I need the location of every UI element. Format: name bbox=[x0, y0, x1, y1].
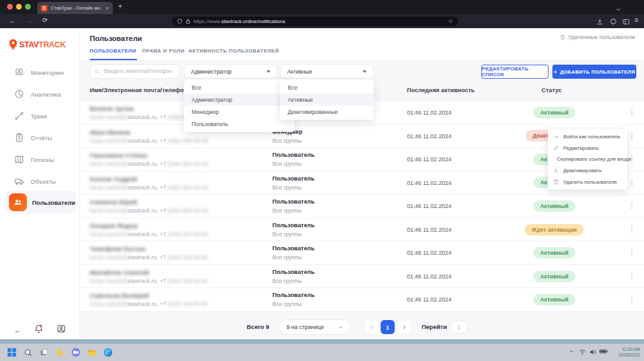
row-menu-icon[interactable]: ⋮ bbox=[627, 172, 637, 195]
chevron-down-icon bbox=[338, 325, 343, 330]
os-taskbar: 11:00 AM 10/05/2021 bbox=[0, 344, 644, 361]
search-box[interactable] bbox=[90, 64, 180, 79]
per-page-select[interactable]: 9 на странице bbox=[279, 319, 351, 335]
dropdown-option[interactable]: Все bbox=[280, 81, 374, 93]
add-user-button[interactable]: + ДОБАВИТЬ ПОЛЬЗОВАТЕЛЯ bbox=[552, 65, 636, 79]
user-contact: karas.ivan28@stavtrack.ru, +7 (999) 999-… bbox=[90, 301, 208, 307]
sidebar-item-geozones[interactable]: Геозоны bbox=[0, 148, 80, 170]
notifications-bell-icon[interactable] bbox=[34, 324, 44, 336]
tab-rights-roles[interactable]: ПРАВА И РОЛИ bbox=[142, 48, 185, 54]
goto-page-input[interactable] bbox=[449, 321, 468, 333]
table-row: Тимофеев Руслан karas.ivan28@stavtrack.r… bbox=[80, 241, 644, 265]
prev-page-button[interactable] bbox=[365, 321, 378, 333]
row-menu-icon[interactable]: ⋮ bbox=[627, 101, 637, 124]
clock-date: 10/05/2021 bbox=[618, 353, 640, 358]
extensions-icon[interactable] bbox=[609, 17, 617, 28]
reports-icon bbox=[14, 132, 24, 143]
tracking-shield-icon[interactable] bbox=[177, 15, 183, 27]
status-filter-select[interactable]: Активные bbox=[280, 64, 374, 79]
row-menu-icon[interactable]: ⋮ bbox=[627, 218, 637, 241]
volume-icon[interactable] bbox=[589, 348, 597, 356]
window-minimize-button[interactable] bbox=[16, 4, 22, 10]
tab-close-icon[interactable]: × bbox=[106, 5, 109, 12]
lock-icon[interactable] bbox=[185, 15, 191, 27]
task-view-icon[interactable] bbox=[38, 347, 49, 358]
taskbar-clock[interactable]: 11:00 AM 10/05/2021 bbox=[618, 347, 640, 358]
row-menu-icon[interactable]: ⋮ bbox=[627, 265, 637, 288]
search-input[interactable] bbox=[103, 68, 176, 75]
dropdown-option[interactable]: Администратор bbox=[184, 93, 295, 106]
tab-title: СтавТрак - Онлайн мониторинг bbox=[51, 5, 101, 11]
user-role: Пользователь bbox=[272, 222, 315, 229]
chevron-right-icon bbox=[401, 325, 407, 330]
chevron-left-icon bbox=[369, 325, 375, 330]
wifi-icon[interactable] bbox=[579, 348, 586, 356]
window-close-button[interactable] bbox=[7, 4, 13, 10]
user-contact: karas.ivan28@stavtrack.ru, +7 (999) 999-… bbox=[90, 254, 208, 261]
row-menu-icon[interactable]: ⋮ bbox=[627, 288, 637, 311]
user-name: Михайлов Алексей bbox=[90, 269, 149, 276]
url-bar[interactable]: https://www.stavtrack.online/notificatio… bbox=[172, 17, 458, 26]
next-page-button[interactable] bbox=[397, 321, 410, 333]
file-explorer-icon[interactable] bbox=[87, 347, 97, 358]
edge-browser-icon[interactable] bbox=[103, 347, 113, 358]
collapse-sidebar-icon[interactable]: ← bbox=[14, 326, 22, 335]
browser-tab[interactable]: С СтавТрак - Онлайн мониторинг × bbox=[37, 2, 113, 14]
dropdown-option[interactable]: Деактивированные bbox=[280, 106, 374, 118]
menu-item-login-as[interactable]: Войти как пользователь bbox=[548, 131, 627, 143]
edit-list-button[interactable]: РЕДАКТИРОВАТЬ СПИСОК bbox=[481, 65, 549, 79]
active-tab-underline bbox=[90, 59, 137, 60]
browser-back-button[interactable]: ← bbox=[9, 17, 16, 24]
tab-users[interactable]: ПОЛЬЗОВАТЕЛИ bbox=[90, 48, 136, 54]
sidebar-item-analytics[interactable]: Аналитика bbox=[0, 83, 80, 105]
sidebar-panel-icon[interactable] bbox=[622, 17, 630, 28]
night-mode-moon-icon[interactable] bbox=[54, 347, 65, 358]
clock-time: 11:00 AM bbox=[618, 347, 640, 353]
menu-item-deactivate[interactable]: Деактивировать bbox=[548, 165, 627, 177]
sidebar-item-objects[interactable]: Объекты bbox=[0, 170, 80, 192]
menu-item-copy-login-link[interactable]: Скопировать ссылку для входа bbox=[548, 154, 627, 165]
role-filter-select[interactable]: Администратор bbox=[184, 64, 277, 79]
last-activity: 01:46 11.02.2024 bbox=[407, 203, 451, 209]
browser-forward-button[interactable]: → bbox=[26, 17, 33, 24]
page-title: Пользователи bbox=[90, 35, 142, 42]
brand-logo[interactable]: STAVTRACK bbox=[8, 38, 66, 51]
col-status-header: Статус bbox=[541, 87, 561, 93]
sidebar-item-monitoring[interactable]: Мониторинг bbox=[0, 61, 80, 83]
status-badge: Ждет активации bbox=[525, 224, 584, 236]
new-tab-button[interactable]: + bbox=[118, 2, 122, 11]
table-row: Михайлов Алексей karas.ivan28@stavtrack.… bbox=[80, 265, 644, 289]
battery-icon[interactable] bbox=[599, 348, 608, 355]
sidebar-item-users[interactable]: Пользователи bbox=[4, 191, 76, 214]
tray-chevron-icon[interactable] bbox=[568, 348, 575, 355]
row-menu-icon[interactable]: ⋮ bbox=[627, 195, 637, 218]
dropdown-option[interactable]: Все bbox=[184, 81, 295, 93]
user-role: Пользователь bbox=[272, 292, 315, 298]
menu-item-edit[interactable]: Редактировать bbox=[548, 143, 627, 154]
windows-start-icon[interactable] bbox=[6, 347, 17, 358]
menu-hamburger-icon[interactable]: ≡ bbox=[634, 16, 638, 24]
downloads-icon[interactable] bbox=[596, 17, 604, 28]
dropdown-option[interactable]: Активные bbox=[280, 93, 374, 106]
row-menu-icon[interactable]: ⋮ bbox=[627, 125, 637, 148]
last-activity: 01:46 11.02.2024 bbox=[407, 273, 451, 280]
sidebar-item-reports[interactable]: Отчёты bbox=[0, 127, 80, 148]
deleted-users-link[interactable]: Удаленные пользователи bbox=[559, 34, 635, 40]
taskbar-search-icon[interactable] bbox=[22, 347, 33, 358]
truck-icon bbox=[14, 176, 24, 186]
menu-item-delete-user[interactable]: Удалить пользователя bbox=[548, 176, 627, 188]
user-group: Все группы bbox=[272, 161, 302, 167]
user-name: Савельев Валерий bbox=[90, 292, 149, 299]
profile-icon[interactable] bbox=[56, 324, 66, 336]
chat-teams-icon[interactable] bbox=[70, 347, 81, 358]
browser-refresh-button[interactable]: ⟳ bbox=[42, 17, 47, 24]
tab-user-activity[interactable]: АКТИВНОСТЬ ПОЛЬЗОВАТЕЛЕЙ bbox=[188, 48, 279, 54]
bookmark-star-icon[interactable]: ☆ bbox=[448, 18, 453, 24]
dropdown-option[interactable]: Пользователь bbox=[184, 118, 295, 130]
current-page-button[interactable]: 1 bbox=[381, 320, 395, 334]
row-menu-icon[interactable]: ⋮ bbox=[627, 241, 637, 264]
window-zoom-button[interactable] bbox=[25, 4, 31, 10]
status-cell: Активный bbox=[503, 265, 606, 288]
dropdown-option[interactable]: Менеджер bbox=[184, 106, 295, 118]
sidebar-item-tracks[interactable]: Треки bbox=[0, 105, 80, 127]
